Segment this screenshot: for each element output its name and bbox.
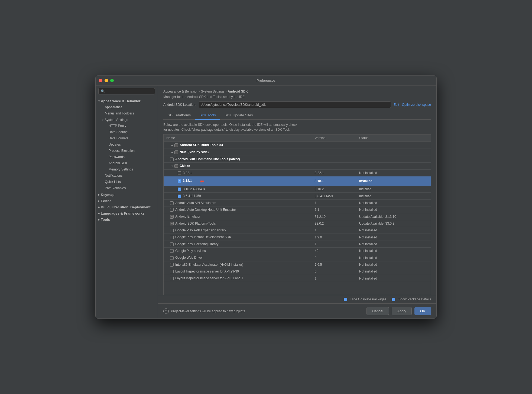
sidebar-section-build[interactable]: ▸ Build, Execution, Deployment	[96, 204, 158, 210]
row-checkbox[interactable]	[170, 236, 174, 239]
table-row[interactable]: Android SDK Command-line Tools (latest)	[164, 156, 431, 162]
row-checkbox[interactable]	[178, 179, 181, 183]
sidebar-item-http-proxy[interactable]: HTTP Proxy	[97, 123, 157, 129]
row-version: 1	[312, 275, 356, 282]
table-row[interactable]: Google Play Instant Development SDK1.9.0…	[164, 234, 431, 241]
sidebar-item-data-sharing[interactable]: Data Sharing	[97, 129, 157, 135]
row-checkbox[interactable]	[178, 188, 181, 191]
table-row[interactable]: Google Web Driver2Not installed	[164, 254, 431, 261]
table-row[interactable]: Google Play services49Not installed	[164, 248, 431, 254]
sidebar-section-keymap[interactable]: ▸ Keymap	[96, 191, 158, 198]
help-icon[interactable]: ?	[163, 308, 169, 314]
table-row[interactable]: 3.6.41114593.6.4111459Installed	[164, 193, 431, 199]
sidebar-item-system-settings[interactable]: ▾ System Settings	[96, 117, 158, 123]
row-checkbox[interactable]	[178, 171, 181, 175]
row-checkbox[interactable]	[170, 157, 174, 161]
row-name: Android Emulator	[175, 215, 200, 218]
tab-sdk-tools[interactable]: SDK Tools	[195, 111, 220, 120]
table-row[interactable]: Android Emulator31.2.10Update Available:…	[164, 213, 431, 220]
bottom-actions: Cancel Apply OK	[366, 307, 431, 315]
row-checkbox[interactable]	[170, 256, 174, 260]
table-row[interactable]: ▸NDK (Side by side)	[164, 149, 431, 156]
search-box[interactable]: 🔍	[98, 88, 155, 94]
row-checkbox[interactable]	[170, 242, 174, 246]
show-package-details-checkbox[interactable]: Show Package Details	[392, 297, 431, 301]
expand-icon[interactable]: ▸	[170, 150, 174, 154]
table-wrapper[interactable]: Name Version Status ▸Android SDK Build-T…	[163, 134, 431, 295]
optimize-disk-link[interactable]: Optimize disk space	[402, 103, 431, 107]
ok-button[interactable]: OK	[414, 307, 431, 315]
sidebar-item-memory-settings[interactable]: Memory Settings	[97, 166, 157, 172]
row-checkbox[interactable]	[170, 208, 174, 212]
table-row[interactable]: Android Auto Desktop Head Unit Emulator1…	[164, 206, 431, 213]
row-checkbox[interactable]	[170, 277, 174, 280]
row-name: Android SDK Build-Tools 33	[180, 143, 223, 147]
row-checkbox[interactable]	[170, 215, 174, 219]
row-checkbox[interactable]	[174, 164, 178, 168]
row-status	[356, 142, 431, 149]
row-checkbox[interactable]	[170, 222, 174, 225]
row-status: Not installed	[356, 254, 431, 261]
close-button[interactable]	[99, 79, 102, 82]
row-checkbox[interactable]	[174, 143, 178, 147]
sidebar-item-android-sdk[interactable]: Android SDK	[97, 160, 157, 166]
sidebar-section-tools[interactable]: ▸ Tools	[96, 216, 158, 222]
tabs-row: SDK Platforms SDK Tools SDK Update Sites	[163, 111, 431, 120]
tab-sdk-update-sites[interactable]: SDK Update Sites	[220, 111, 257, 120]
table-row[interactable]: ▾CMake	[164, 162, 431, 169]
table-row[interactable]: Layout Inspector image server for API 31…	[164, 275, 431, 282]
chevron-right-icon: ▸	[98, 206, 100, 209]
row-version: 3.10.2	[312, 186, 356, 193]
sidebar-section-editor[interactable]: ▸ Editor	[96, 198, 158, 204]
row-checkbox[interactable]	[178, 195, 181, 198]
sidebar-item-date-formats[interactable]: Date Formats	[97, 135, 157, 141]
row-version: 3.6.4111459	[312, 193, 356, 199]
table-row[interactable]: Google Play APK Expansion library1Not in…	[164, 227, 431, 234]
table-row[interactable]: Intel x86 Emulator Accelerator (HAXM ins…	[164, 261, 431, 268]
row-checkbox[interactable]	[174, 150, 178, 154]
minimize-button[interactable]	[105, 79, 108, 82]
collapse-icon[interactable]: ▾	[170, 164, 174, 168]
chevron-right-icon: ▸	[98, 212, 100, 215]
sidebar-item-process-elevation[interactable]: Process Elevation	[97, 148, 157, 154]
row-status: Not installed	[356, 227, 431, 234]
table-row[interactable]: Google Play Licensing Library1Not instal…	[164, 241, 431, 247]
table-row[interactable]: 3.10.2.49884043.10.2Installed	[164, 186, 431, 193]
expand-icon[interactable]: ▸	[170, 143, 174, 147]
table-row[interactable]: Layout Inspector image server for API 29…	[164, 268, 431, 275]
sidebar-section-languages[interactable]: ▸ Languages & Frameworks	[96, 210, 158, 216]
table-row[interactable]: Android Auto API Simulators1Not installe…	[164, 199, 431, 206]
sidebar-item-passwords[interactable]: Passwords	[97, 154, 157, 160]
sidebar-item-menus-toolbars[interactable]: Menus and Toolbars	[97, 110, 157, 116]
row-version: 1.9.0	[312, 234, 356, 241]
search-input[interactable]	[106, 89, 153, 93]
table-row[interactable]: 3.22.13.22.1Not installed	[164, 169, 431, 176]
tab-sdk-platforms[interactable]: SDK Platforms	[163, 111, 195, 120]
cancel-button[interactable]: Cancel	[366, 307, 389, 315]
sidebar-item-notifications[interactable]: Notifications	[97, 173, 157, 179]
sidebar-item-updates[interactable]: Updates	[97, 142, 157, 147]
maximize-button[interactable]	[110, 79, 114, 82]
row-name: Android Auto Desktop Head Unit Emulator	[175, 208, 236, 212]
bottom-bar: ? Project-level settings will be applied…	[158, 303, 436, 319]
sidebar-item-appearance[interactable]: Appearance	[97, 104, 157, 110]
table-row[interactable]: 3.18.1⬅3.18.1Installed	[164, 176, 431, 186]
table-body: ▸Android SDK Build-Tools 33▸NDK (Side by…	[164, 142, 431, 282]
sidebar-item-quick-lists[interactable]: Quick Lists	[97, 179, 157, 185]
row-checkbox[interactable]	[170, 249, 174, 253]
apply-button[interactable]: Apply	[392, 307, 412, 315]
table-row[interactable]: ▸Android SDK Build-Tools 33	[164, 142, 431, 149]
titlebar: Preferences	[96, 75, 436, 86]
table-row[interactable]: Android SDK Platform-Tools33.0.2Update A…	[164, 220, 431, 227]
row-checkbox[interactable]	[170, 270, 174, 273]
sidebar-item-path-variables[interactable]: Path Variables	[97, 185, 157, 191]
row-status: Installed	[356, 186, 431, 193]
row-checkbox[interactable]	[170, 229, 174, 232]
row-checkbox[interactable]	[170, 201, 174, 205]
sdk-location-label: Android SDK Location:	[163, 103, 196, 107]
row-checkbox[interactable]	[170, 263, 174, 267]
edit-link[interactable]: Edit	[394, 103, 399, 107]
sdk-location-input[interactable]	[199, 101, 391, 108]
hide-obsolete-checkbox[interactable]: Hide Obsolete Packages	[344, 297, 386, 301]
sidebar-section-appearance-behavior[interactable]: ▾ Appearance & Behavior	[96, 98, 158, 104]
